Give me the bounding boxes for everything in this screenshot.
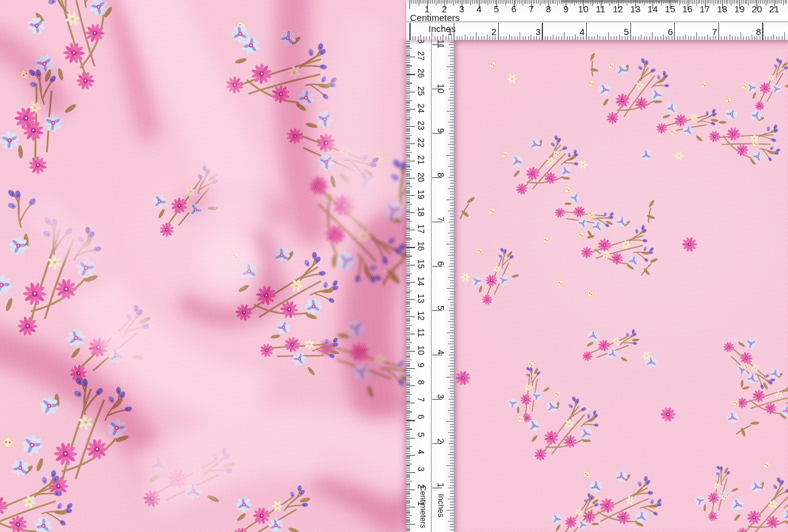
inch-subtick: [608, 32, 609, 40]
mm-tick: [504, 0, 504, 4]
fabric-product-photo: Centimeters Inches 123456789101112131415…: [0, 0, 788, 532]
inch-subtick: [450, 131, 454, 131]
mm-tick: [406, 88, 410, 89]
mm-tick: [406, 365, 410, 365]
mm-tick: [472, 0, 473, 4]
vertical-ruler-inch-label: Inches: [437, 494, 445, 517]
cm-tick: [406, 403, 415, 403]
mm-tick: [406, 332, 410, 332]
inch-subtick: [534, 36, 534, 40]
mm-tick: [406, 443, 410, 443]
cm-number: 15: [417, 259, 425, 269]
cm-number: 24: [417, 103, 425, 113]
mm-tick: [406, 238, 412, 239]
mm-tick: [406, 337, 410, 338]
cm-number: 9: [417, 363, 425, 368]
flat-fabric-swatch: [454, 40, 788, 532]
mm-tick: [785, 0, 786, 4]
inch-subtick: [450, 391, 454, 392]
mm-tick: [502, 0, 502, 4]
cm-number: 20: [417, 172, 425, 182]
mm-tick: [406, 417, 410, 417]
inch-number: 7: [707, 27, 717, 36]
mm-tick: [406, 467, 410, 467]
inch-number: 5: [619, 27, 629, 36]
inch-subtick: [450, 316, 454, 316]
mm-tick: [406, 150, 410, 151]
mm-tick: [406, 64, 410, 65]
mm-tick: [406, 263, 410, 264]
inch-subtick: [450, 238, 454, 239]
mm-tick: [406, 41, 410, 42]
inch-subtick: [450, 438, 454, 438]
mm-tick: [406, 211, 410, 211]
inch-subtick: [450, 272, 454, 272]
mm-tick: [406, 90, 410, 91]
inch-number: 11: [436, 40, 445, 49]
mm-tick: [406, 374, 410, 374]
mm-tick: [406, 209, 410, 210]
inch-subtick: [462, 36, 462, 40]
mm-tick: [406, 406, 410, 407]
mm-tick: [489, 0, 490, 4]
inch-subtick: [450, 397, 454, 397]
mm-tick: [406, 97, 410, 97]
mm-tick: [406, 252, 410, 253]
mm-tick: [406, 188, 410, 189]
mm-tick: [406, 427, 410, 428]
mm-tick: [406, 118, 412, 118]
mm-tick: [589, 0, 589, 4]
mm-tick: [406, 410, 410, 411]
inch-subtick: [489, 36, 490, 40]
mm-tick: [406, 366, 410, 367]
inch-subtick: [448, 166, 454, 167]
cm-tick: [406, 57, 415, 57]
mm-tick: [406, 79, 410, 80]
mm-tick: [406, 257, 410, 258]
mm-tick: [465, 0, 466, 4]
inch-subtick: [504, 36, 504, 40]
flower-bouquetB: [722, 332, 780, 400]
inch-subtick: [450, 518, 454, 519]
mm-tick: [406, 458, 410, 459]
flower-leafPair: [736, 414, 761, 441]
inch-subtick: [449, 222, 454, 222]
mm-tick: [406, 358, 410, 358]
mm-tick: [406, 166, 410, 166]
mm-tick: [406, 276, 410, 277]
inch-subtick: [459, 36, 460, 40]
inch-subtick: [449, 399, 454, 400]
inch-number: 10: [436, 84, 445, 94]
inch-subtick: [450, 119, 454, 120]
mm-tick: [406, 491, 410, 492]
inch-subtick: [450, 452, 454, 453]
inch-subtick: [450, 161, 454, 161]
inch-subtick: [696, 32, 697, 40]
inch-subtick: [450, 164, 454, 164]
mm-tick: [693, 0, 693, 4]
cm-number: 25: [417, 86, 425, 96]
inch-subtick: [688, 36, 689, 40]
mm-tick: [406, 102, 410, 102]
inch-subtick: [450, 502, 454, 502]
inch-subtick: [450, 283, 454, 283]
mm-tick: [746, 0, 747, 4]
cm-number: 21: [768, 4, 781, 14]
mm-tick: [406, 135, 412, 135]
inch-number: 4: [436, 350, 445, 355]
inch-subtick: [561, 36, 562, 40]
cm-number: 1: [417, 501, 425, 506]
mm-tick: [432, 0, 433, 4]
mm-tick: [663, 0, 664, 4]
inch-subtick: [448, 188, 454, 189]
inch-subtick: [553, 34, 553, 40]
mm-tick: [696, 0, 697, 6]
inch-subtick: [449, 310, 454, 311]
inch-subtick: [450, 480, 454, 480]
mm-tick: [710, 0, 710, 4]
cm-number: 14: [417, 276, 425, 286]
inch-subtick: [450, 324, 454, 325]
inch-tick: [432, 488, 442, 488]
mm-tick: [406, 391, 410, 392]
inch-subtick: [564, 32, 565, 40]
